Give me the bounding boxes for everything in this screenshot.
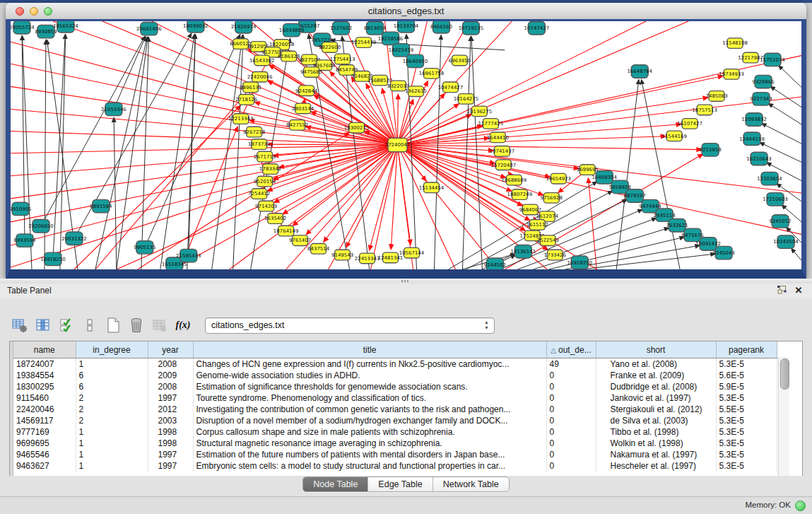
table-row[interactable]: 977716911998Corpus callosum shape and si…: [13, 426, 777, 438]
network-canvas[interactable]: 1724004718300275240557248930859195653242…: [11, 21, 801, 269]
network-node[interactable]: 12254439: [351, 37, 377, 48]
network-edge[interactable]: [762, 123, 801, 144]
table-cell[interactable]: 2012: [148, 404, 193, 415]
network-node[interactable]: 9520154: [254, 176, 276, 187]
network-node[interactable]: 8393594: [13, 234, 35, 247]
column-header-title[interactable]: title: [193, 341, 546, 358]
table-cell[interactable]: 9465546: [13, 449, 76, 460]
network-node[interactable]: 9896131: [240, 82, 261, 93]
column-header-short[interactable]: short: [596, 341, 716, 358]
network-node[interactable]: 9329966: [752, 75, 774, 88]
table-row[interactable]: 911546021997Tourette syndrome. Phenomeno…: [13, 392, 777, 404]
table-cell[interactable]: 5.3E-5: [716, 460, 777, 472]
table-cell[interactable]: 0: [546, 404, 596, 415]
table-cell[interactable]: 1: [76, 449, 148, 460]
network-node[interactable]: 10474427: [438, 82, 464, 93]
network-node[interactable]: 10719135: [459, 21, 484, 34]
table-cell[interactable]: 19384554: [13, 370, 76, 381]
table-cell[interactable]: 1: [76, 426, 148, 438]
scrollbar-thumb[interactable]: [780, 358, 789, 390]
network-node[interactable]: 11548108: [722, 38, 748, 49]
float-panel-icon[interactable]: [775, 285, 788, 296]
network-node[interactable]: 8466160: [430, 21, 452, 33]
table-cell[interactable]: 5.3E-5: [716, 392, 777, 404]
network-node[interactable]: 2671713: [254, 151, 276, 162]
network-node[interactable]: 8215958: [700, 144, 722, 156]
table-cell[interactable]: Franke et al. (2009): [596, 370, 716, 381]
network-edge[interactable]: [145, 34, 240, 247]
table-cell[interactable]: 5.3E-5: [716, 415, 777, 426]
network-edge[interactable]: [792, 248, 801, 260]
network-node[interactable]: 2803144: [292, 103, 314, 114]
network-node[interactable]: 22453343: [355, 253, 380, 264]
network-node[interactable]: 17240047: [385, 138, 411, 151]
network-edge[interactable]: [45, 40, 46, 269]
table-cell[interactable]: 0: [546, 449, 596, 460]
network-node[interactable]: 10741437: [490, 146, 515, 156]
table-cell[interactable]: Tibbo et al. (1998): [596, 426, 716, 438]
network-node[interactable]: 8186328: [278, 51, 300, 62]
network-node[interactable]: 1783342: [259, 164, 281, 175]
table-cell[interactable]: 1: [76, 460, 148, 472]
network-node[interactable]: 9684067: [519, 204, 541, 215]
table-settings-icon[interactable]: [11, 317, 28, 334]
table-cell[interactable]: Dudbridge et al. (2008): [596, 381, 716, 392]
network-node[interactable]: 22420046: [247, 71, 273, 82]
table-cell[interactable]: Changes of HCN gene expression and I(f) …: [193, 358, 546, 370]
delete-entries-icon[interactable]: [128, 317, 145, 334]
network-node[interactable]: 9905135: [134, 241, 155, 254]
tab-node-table[interactable]: Node Table: [303, 477, 368, 491]
table-cell[interactable]: 5.9E-5: [716, 381, 777, 392]
column-header-pagerank[interactable]: pagerank: [716, 341, 777, 358]
network-edge[interactable]: [588, 178, 596, 269]
network-edge[interactable]: [779, 66, 801, 88]
table-cell[interactable]: 2: [76, 404, 148, 415]
table-cell[interactable]: Estimation of significance thresholds fo…: [193, 381, 546, 392]
network-node[interactable]: 18039032: [183, 21, 208, 33]
network-node[interactable]: 11544169: [661, 131, 687, 141]
network-node[interactable]: 10164275: [454, 94, 479, 105]
network-node[interactable]: 1644410: [487, 132, 509, 143]
table-cell[interactable]: 1: [76, 438, 148, 449]
network-node[interactable]: 9822600: [319, 42, 341, 53]
table-cell[interactable]: 18724007: [13, 358, 76, 370]
table-cell[interactable]: 14569117: [13, 415, 76, 426]
table-cell[interactable]: Stergiakouli et al. (2012): [596, 404, 716, 415]
network-node[interactable]: 9245043: [713, 246, 735, 259]
table-cell[interactable]: 0: [546, 415, 596, 426]
network-edge[interactable]: [770, 86, 801, 107]
network-node[interactable]: 18918250: [40, 252, 66, 265]
network-node[interactable]: 12103654: [757, 172, 782, 185]
table-cell[interactable]: 9463627: [13, 460, 76, 472]
network-node[interactable]: 9242844: [295, 86, 317, 96]
network-node[interactable]: 9699695: [577, 165, 599, 175]
table-cell[interactable]: Disruption of a novel member of a sodium…: [193, 415, 546, 426]
table-cell[interactable]: 5.6E-5: [716, 370, 777, 381]
table-cell[interactable]: 2008: [148, 381, 193, 392]
network-node[interactable]: 1635402: [264, 214, 286, 224]
network-edge[interactable]: [74, 105, 240, 269]
table-cell[interactable]: 0: [546, 381, 596, 392]
network-node[interactable]: 2522543: [537, 235, 559, 246]
network-node[interactable]: 12444159: [739, 132, 765, 145]
network-edge[interactable]: [471, 36, 482, 269]
table-cell[interactable]: Corpus callosum shape and size in male p…: [193, 426, 546, 438]
table-cell[interactable]: 49: [546, 358, 596, 370]
table-row[interactable]: 1456911722003Disruption of a novel membe…: [13, 415, 777, 426]
network-node[interactable]: 9245012: [769, 215, 791, 228]
network-node[interactable]: 7485083: [706, 91, 728, 102]
network-node[interactable]: 9149543: [331, 250, 353, 260]
table-cell[interactable]: 0: [546, 392, 596, 404]
table-row[interactable]: 946554611997Estimation of the future num…: [13, 449, 777, 460]
table-row[interactable]: 1830029562008Estimation of significance …: [13, 381, 777, 392]
table-cell[interactable]: Estimation of the future numbers of pati…: [193, 449, 546, 460]
table-cell[interactable]: 9115460: [13, 392, 76, 404]
table-cell[interactable]: 9699695: [13, 438, 76, 449]
network-node[interactable]: 1362615: [405, 86, 427, 97]
table-cell[interactable]: 2003: [148, 415, 193, 426]
network-edge[interactable]: [581, 254, 715, 269]
network-node[interactable]: 24055724: [11, 21, 35, 34]
table-row[interactable]: 946362711997Embryonic stem cells: a mode…: [13, 460, 777, 472]
network-edge[interactable]: [398, 145, 411, 245]
network-edge[interactable]: [398, 145, 801, 234]
